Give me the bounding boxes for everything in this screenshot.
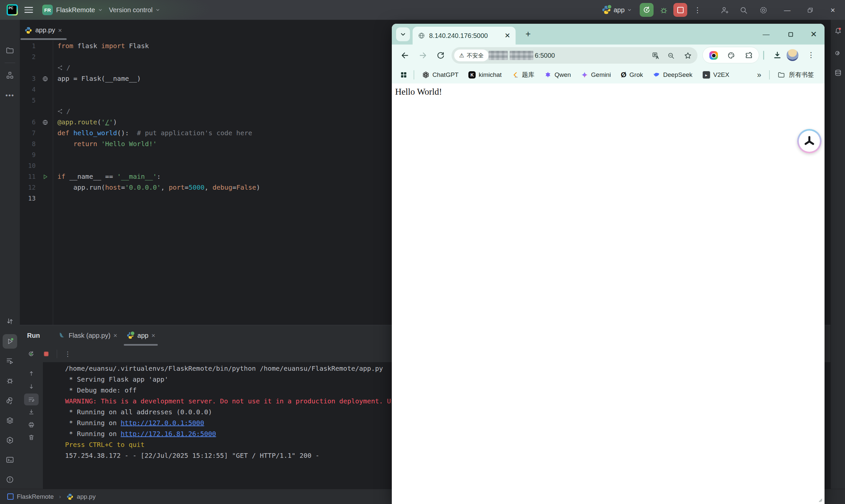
profiler-tool-icon[interactable] [3,433,17,448]
packages-tool-icon[interactable] [3,413,17,428]
console-text: 157.254.38.172 - - [22/Jul/2025 15:12:55… [65,452,319,460]
bookmark-DeepSeek[interactable]: DeepSeek [653,71,692,78]
ai-assistant-icon[interactable] [832,47,844,59]
browser-maximize-button[interactable] [785,29,796,40]
notifications-bell-icon[interactable] [832,25,844,37]
project-tool-icon[interactable] [3,43,17,58]
forward-button[interactable] [417,50,429,61]
stop-button[interactable] [673,3,687,17]
bookmark-Qwen[interactable]: Qwen [544,71,571,78]
bookmark-Gemini[interactable]: Gemini [581,71,611,78]
endpoint-gutter-icon[interactable] [36,75,55,82]
url-text: 6:5000 [535,47,555,64]
python-console-tool-icon[interactable] [3,394,17,408]
stop-icon[interactable] [41,349,51,359]
debug-button[interactable] [658,5,669,16]
browser-tab[interactable]: 8.140.240.176:5000 ✕ [412,27,515,44]
resize-grip[interactable] [817,497,823,502]
screenshot-extension-icon[interactable] [709,51,718,60]
address-bar[interactable]: ⚠ 不安全 6:5000 [452,47,698,64]
apps-grid-icon[interactable] [400,71,408,79]
debug-tool-icon[interactable] [3,373,17,388]
more-icon[interactable]: ⋮ [63,349,72,359]
pycharm-logo-icon[interactable]: PC [6,4,18,16]
theme-palette-extension-icon[interactable] [727,51,735,60]
browser-minimize-button[interactable]: — [761,29,771,40]
security-chip[interactable]: ⚠ 不安全 [454,50,489,61]
run-tool-icon[interactable] [3,334,17,349]
extension-floating-badge[interactable] [797,129,822,154]
line-number: 11 [20,171,36,182]
close-tab-icon[interactable]: × [152,332,156,339]
ide-close-button[interactable]: × [827,5,839,16]
print-icon[interactable] [24,419,39,431]
new-tab-button[interactable]: + [523,29,533,39]
problems-tool-icon[interactable] [3,472,17,487]
main-menu-icon[interactable] [24,6,34,14]
database-tool-icon[interactable] [832,67,844,79]
down-stacktrace-icon[interactable] [24,381,39,393]
services-tool-icon[interactable] [3,354,17,368]
code-text: if __name__ == '__main__': [55,171,161,182]
breadcrumb-separator: › [57,493,63,500]
bookmark-star-icon[interactable] [684,52,692,60]
search-icon[interactable] [738,5,749,16]
bookmark-V2EX[interactable]: ▸V2EX [702,71,729,79]
chatgpt-icon [422,71,429,78]
extensions-pill [702,47,759,63]
console-url-link[interactable]: http://172.16.81.26:5000 [121,430,216,438]
up-stacktrace-icon[interactable] [24,367,39,379]
editor-tab-app-py[interactable]: app.py × [20,20,67,40]
run-tab-flask[interactable]: Flask (app.py) × [53,325,122,346]
download-icon[interactable] [771,49,783,61]
bookmark-Grok[interactable]: ØGrok [621,71,643,79]
close-tab-icon[interactable]: ✕ [504,32,510,40]
all-bookmarks-folder[interactable]: 所有书签 [777,66,814,84]
vcs-update-icon[interactable] [3,314,17,328]
breadcrumb-file[interactable]: app.py [77,493,96,500]
browser-close-button[interactable]: ✕ [808,29,819,40]
terminal-tool-icon[interactable] [3,452,17,467]
profile-avatar[interactable] [787,49,798,61]
rerun-button[interactable] [640,3,654,17]
project-selector[interactable]: FlaskRemote [56,5,103,15]
globe-icon [418,32,425,39]
browser-menu-icon[interactable]: ⋮ [806,49,816,62]
close-tab-icon[interactable]: × [113,332,118,339]
add-user-icon[interactable] [719,5,730,16]
bookmarks-overflow-chevrons[interactable]: » [754,70,764,80]
run-tab-app[interactable]: app × [122,325,160,346]
rerun-icon[interactable] [27,349,36,359]
zoom-out-icon[interactable] [667,52,675,60]
back-button[interactable] [399,50,411,61]
more-actions-icon[interactable]: ⋮ [692,5,702,16]
ide-minimize-button[interactable]: — [781,5,793,16]
settings-gear-icon[interactable] [758,5,769,16]
bookmark-kimichat[interactable]: Kkimichat [469,71,502,78]
console-text: * Debug mode: off [65,386,137,394]
bookmark-ChatGPT[interactable]: ChatGPT [422,71,458,78]
scroll-to-end-icon[interactable] [24,406,39,418]
run-config-selector[interactable]: app [601,4,632,16]
stripe-divider [5,63,15,63]
endpoint-inlay-icon[interactable] [57,65,64,71]
run-gutter-icon[interactable] [36,174,55,180]
structure-tool-icon[interactable] [3,68,17,83]
ide-restore-button[interactable] [805,5,816,16]
close-tab-icon[interactable]: × [58,27,62,34]
console-url-link[interactable]: http://127.0.0.1:5000 [121,419,204,427]
extensions-puzzle-icon[interactable] [744,51,753,60]
endpoint-gutter-icon[interactable] [36,119,55,126]
code-text: app.run(host='0.0.0.0', port=5000, debug… [55,182,260,193]
bookmark-题库[interactable]: 题库 [512,71,534,79]
breadcrumb-project[interactable]: FlaskRemote [17,493,54,500]
tab-search-button[interactable] [396,28,410,41]
console-text: /home/euansu/.virtualenvs/FlaskRemote/bi… [65,364,383,372]
endpoint-inlay-icon[interactable] [57,109,64,114]
clear-console-icon[interactable] [24,431,39,443]
translate-icon[interactable] [652,52,660,60]
more-tool-windows-icon[interactable]: ••• [3,88,17,103]
reload-button[interactable] [435,50,446,61]
vcs-menu[interactable]: Version control [109,5,160,15]
soft-wrap-icon[interactable] [24,394,39,406]
